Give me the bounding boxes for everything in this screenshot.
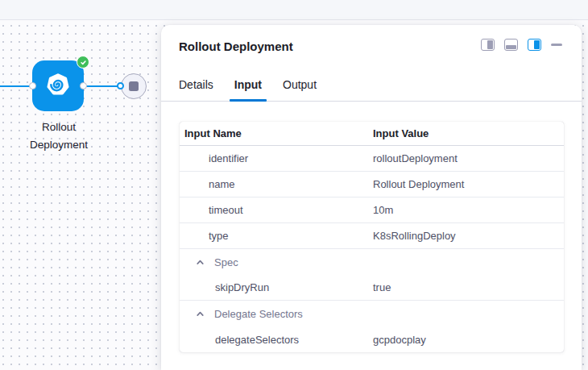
tab-details[interactable]: Details (174, 78, 218, 101)
split-view-right-icon[interactable] (481, 39, 495, 51)
input-name-cell: name (180, 178, 235, 190)
table-row-identifier: identifierrolloutDeployment (180, 146, 564, 172)
panel-right-active-icon[interactable] (528, 39, 541, 51)
table-row-delegateSelectors: delegateSelectorsgcpdocplay (180, 326, 564, 352)
stop-square-icon (129, 81, 139, 91)
input-name-cell: skipDryRun (180, 281, 269, 293)
input-value-cell: 10m (373, 204, 393, 216)
node-label: Rollout Deployment (6, 118, 111, 153)
node-label-line1: Rollout (6, 118, 111, 136)
node-right-port[interactable] (80, 82, 87, 89)
input-table-card: Input Name Input Value identifierrollout… (180, 122, 564, 352)
step-details-panel: Rollout Deployment Details Input Output … (161, 25, 582, 370)
input-value-cell: Rollout Deployment (373, 178, 464, 190)
input-name-cell: timeout (180, 204, 243, 216)
k8s-rolling-deploy-icon (43, 70, 72, 102)
input-name-cell: delegateSelectors (180, 334, 299, 346)
column-header-input-name: Input Name (180, 127, 242, 139)
tab-output[interactable]: Output (278, 78, 321, 101)
node-label-line2: Deployment (6, 136, 111, 154)
split-view-bottom-icon[interactable] (504, 39, 518, 51)
panel-title: Rollout Deployment (179, 39, 469, 53)
group-label: Spec (214, 256, 238, 268)
group-row-delegate-selectors[interactable]: Delegate Selectors (180, 301, 564, 326)
panel-tabs: Details Input Output (161, 78, 582, 102)
table-row-type: typeK8sRollingDeploy (180, 223, 564, 249)
input-name-cell: identifier (180, 152, 248, 164)
canvas-toolbar-strip (0, 0, 588, 20)
input-value-cell: true (373, 281, 391, 293)
input-value-cell: rolloutDeployment (373, 152, 458, 164)
success-check-icon (77, 56, 89, 69)
table-body: identifierrolloutDeploymentnameRollout D… (180, 146, 564, 352)
stage-end-node[interactable] (121, 73, 147, 99)
table-row-skipDryRun: skipDryRuntrue (180, 275, 564, 301)
panel-view-controls (481, 39, 562, 51)
group-row-spec[interactable]: Spec (180, 249, 564, 275)
input-value-cell: gcpdocplay (373, 334, 426, 346)
input-value-cell: K8sRollingDeploy (373, 230, 456, 242)
group-label: Delegate Selectors (214, 308, 303, 320)
table-row-name: nameRollout Deployment (180, 172, 564, 197)
minimize-icon[interactable] (551, 44, 562, 46)
chevron-up-icon[interactable] (196, 258, 205, 267)
chevron-up-icon[interactable] (196, 310, 205, 318)
tab-input[interactable]: Input (230, 78, 267, 101)
input-name-cell: type (180, 230, 229, 242)
table-header-row: Input Name Input Value (180, 122, 564, 146)
rollout-deployment-node[interactable] (32, 60, 84, 111)
end-node-left-port[interactable] (117, 82, 124, 89)
table-row-timeout: timeout10m (180, 197, 564, 223)
column-header-input-value: Input Value (373, 127, 429, 139)
node-left-port[interactable] (29, 82, 36, 89)
